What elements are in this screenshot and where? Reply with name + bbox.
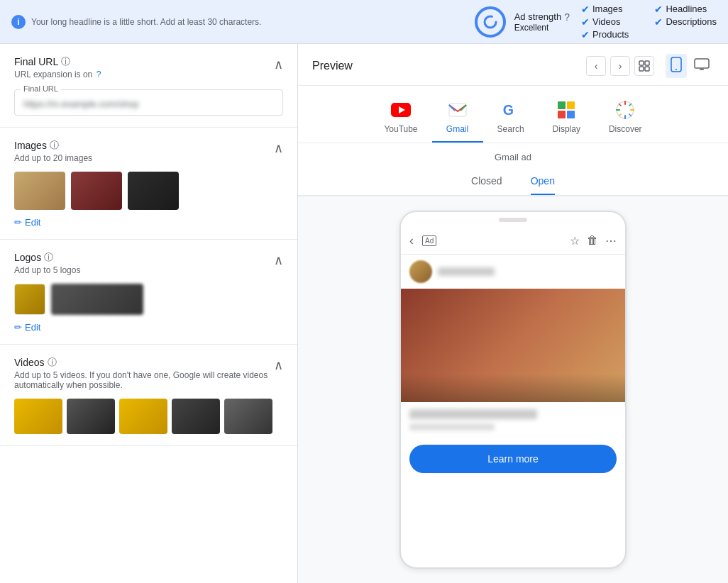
email-content: Learn more <box>401 255 625 473</box>
image-thumb-2 <box>71 172 122 210</box>
check-item-products: ✔ Products <box>581 29 717 40</box>
videos-chevron-icon[interactable]: ∧ <box>274 357 283 373</box>
svg-line-26 <box>619 104 622 106</box>
info-text: Your long headline is a little short. Ad… <box>31 17 261 27</box>
delete-icon[interactable]: 🗑 <box>587 234 598 248</box>
logos-help-icon[interactable]: ⓘ <box>44 251 53 264</box>
svg-rect-17 <box>558 101 566 109</box>
email-headline <box>409 409 537 419</box>
final-url-chevron-icon[interactable]: ∧ <box>274 57 283 72</box>
nav-prev-button[interactable]: ‹ <box>586 56 606 76</box>
check-item-images: ✔ Images <box>581 4 644 15</box>
images-chevron-icon[interactable]: ∧ <box>274 140 283 156</box>
check-item-headlines: ✔ Headlines <box>654 4 717 15</box>
youtube-icon <box>390 99 412 121</box>
check-icon-products: ✔ <box>581 29 590 40</box>
svg-line-27 <box>629 114 632 116</box>
images-help-icon[interactable]: ⓘ <box>50 139 59 152</box>
videos-header[interactable]: Videos ⓘ Add up to 5 videos. If you don'… <box>14 356 283 390</box>
star-icon[interactable]: ☆ <box>570 234 580 248</box>
preview-sub-tabs: Closed Open <box>298 168 728 196</box>
url-field-value[interactable]: https://m.example.com/shop <box>23 99 274 109</box>
ad-strength-value: Excellent <box>514 23 570 33</box>
svg-line-29 <box>629 104 632 106</box>
logos-header[interactable]: Logos ⓘ Add up to 5 logos ∧ <box>14 251 283 275</box>
email-sender-row <box>401 255 625 289</box>
logo-thumbnails <box>14 284 283 315</box>
logos-title: Logos ⓘ <box>14 251 80 264</box>
tab-gmail[interactable]: Gmail <box>432 93 483 143</box>
svg-rect-2 <box>639 61 644 65</box>
right-panel: Preview ‹ › <box>298 44 728 583</box>
logos-chevron-icon[interactable]: ∧ <box>274 252 283 268</box>
svg-rect-4 <box>639 67 644 71</box>
check-item-descriptions: ✔ Descriptions <box>654 16 717 28</box>
sub-tab-open[interactable]: Open <box>531 168 555 195</box>
email-image <box>401 289 625 402</box>
image-thumb-3 <box>128 172 179 210</box>
check-icon-images: ✔ <box>581 4 590 15</box>
ad-strength-circle <box>475 6 506 38</box>
tab-gmail-label: Gmail <box>446 124 468 134</box>
video-thumb-4 <box>172 399 220 434</box>
videos-help-icon[interactable]: ⓘ <box>48 356 57 369</box>
phone-container: ‹ Ad ☆ 🗑 ⋯ <box>298 196 728 583</box>
svg-rect-20 <box>567 111 575 118</box>
image-thumb-1 <box>14 172 65 210</box>
final-url-header[interactable]: Final URL ⓘ URL expansion is on ? ∧ <box>14 55 283 79</box>
main-layout: Final URL ⓘ URL expansion is on ? ∧ Fina… <box>0 44 728 583</box>
videos-subtitle: Add up to 5 videos. If you don't have on… <box>14 370 274 390</box>
tab-youtube[interactable]: YouTube <box>370 93 431 143</box>
more-options-icon[interactable]: ⋯ <box>605 234 617 248</box>
video-thumb-5 <box>224 399 272 434</box>
logo-thumb-small <box>14 284 45 315</box>
images-title: Images ⓘ <box>14 139 92 152</box>
preview-title: Preview <box>312 60 353 72</box>
logos-edit-button[interactable]: ✏ Edit <box>14 322 40 333</box>
check-icon-descriptions: ✔ <box>654 16 663 28</box>
phone-mockup: ‹ Ad ☆ 🗑 ⋯ <box>399 211 627 569</box>
videos-title-area: Videos ⓘ Add up to 5 videos. If you don'… <box>14 356 274 390</box>
svg-rect-19 <box>558 111 566 118</box>
learn-more-button[interactable]: Learn more <box>409 445 617 473</box>
nav-next-button[interactable]: › <box>610 56 630 76</box>
nav-grid-button[interactable] <box>634 56 654 76</box>
logos-section: Logos ⓘ Add up to 5 logos ∧ ✏ Edit <box>0 240 297 345</box>
svg-rect-18 <box>567 101 575 109</box>
info-icon: i <box>11 15 26 29</box>
gmail-icon <box>446 99 469 121</box>
images-edit-button[interactable]: ✏ Edit <box>14 217 40 228</box>
phone-speaker <box>499 218 527 222</box>
sub-tab-closed[interactable]: Closed <box>471 168 502 195</box>
desktop-view-icon[interactable] <box>690 55 714 77</box>
final-url-section: Final URL ⓘ URL expansion is on ? ∧ Fina… <box>0 44 297 128</box>
images-title-area: Images ⓘ Add up to 20 images <box>14 139 92 163</box>
ad-strength-help-icon[interactable]: ? <box>564 11 570 23</box>
top-bar-info: i Your long headline is a little short. … <box>11 15 463 29</box>
url-field-label: Final URL https://m.example.com/shop <box>14 89 283 116</box>
image-thumbnails <box>14 172 283 210</box>
svg-line-28 <box>619 114 622 116</box>
images-header[interactable]: Images ⓘ Add up to 20 images ∧ <box>14 139 283 163</box>
video-thumb-1 <box>14 399 62 434</box>
url-field-legend-text: Final URL <box>21 84 61 93</box>
logos-title-area: Logos ⓘ Add up to 5 logos <box>14 251 80 275</box>
display-icon <box>555 99 578 121</box>
svg-rect-13 <box>449 104 466 116</box>
back-arrow-icon[interactable]: ‹ <box>409 233 414 248</box>
tab-search[interactable]: G Search <box>483 93 539 143</box>
logos-subtitle: Add up to 5 logos <box>14 265 80 275</box>
discover-icon <box>614 99 636 121</box>
ad-strength-section: Ad strength ? Excellent <box>475 6 570 38</box>
video-thumb-2 <box>67 399 115 434</box>
tab-display[interactable]: Display <box>539 93 595 143</box>
final-url-help-icon[interactable]: ⓘ <box>61 55 70 68</box>
search-platform-icon: G <box>500 99 522 121</box>
tab-discover[interactable]: Discover <box>595 93 656 143</box>
email-subtext <box>409 423 495 431</box>
tab-youtube-label: YouTube <box>384 124 417 134</box>
phone-top-bar <box>401 212 625 228</box>
url-expansion-help-icon[interactable]: ? <box>96 70 101 79</box>
view-icons <box>666 54 714 78</box>
mobile-view-icon[interactable] <box>666 54 687 78</box>
